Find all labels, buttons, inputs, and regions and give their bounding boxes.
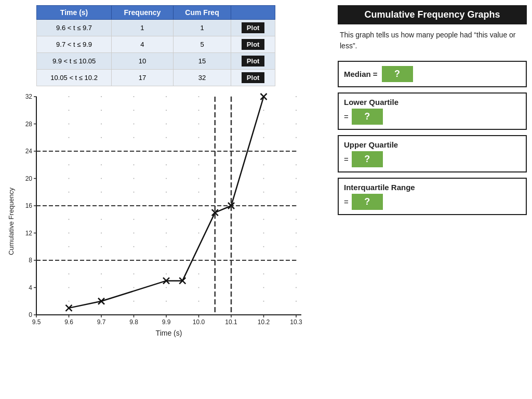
svg-point-91 (198, 233, 200, 234)
svg-point-95 (198, 178, 200, 179)
svg-text:9.6: 9.6 (64, 318, 73, 326)
svg-text:24: 24 (25, 148, 33, 155)
x-axis-label: Time (s) (156, 329, 182, 337)
svg-point-77 (166, 192, 167, 193)
svg-point-143 (296, 219, 297, 220)
y-axis-label: Cumulative Frequency (7, 187, 15, 255)
svg-point-113 (231, 164, 232, 165)
cell-cumfreq: 5 (173, 36, 231, 53)
svg-point-133 (263, 124, 264, 125)
svg-point-134 (263, 110, 264, 111)
svg-text:10.2: 10.2 (258, 318, 270, 326)
cell-plot[interactable]: Plot (231, 53, 275, 70)
plot-button[interactable]: Plot (242, 22, 265, 33)
svg-point-69 (166, 301, 167, 302)
cell-cumfreq: 15 (173, 53, 231, 70)
svg-point-87 (198, 287, 200, 288)
cell-plot[interactable]: Plot (231, 20, 275, 36)
svg-text:16: 16 (25, 202, 33, 209)
svg-point-58 (134, 219, 135, 220)
cell-cumfreq: 1 (173, 20, 231, 36)
svg-point-117 (231, 110, 232, 111)
svg-point-19 (69, 287, 70, 288)
cell-cumfreq: 32 (173, 70, 231, 86)
svg-text:8: 8 (29, 257, 32, 264)
table-row: 10.05 < t ≤ 10.2 17 32 Plot (37, 70, 275, 86)
svg-point-88 (198, 273, 200, 274)
svg-text:12: 12 (25, 230, 33, 237)
svg-text:9.8: 9.8 (129, 318, 138, 326)
svg-point-20 (69, 273, 70, 274)
cell-time: 9.7 < t ≤ 9.9 (37, 36, 112, 53)
svg-point-129 (263, 178, 264, 179)
svg-point-61 (134, 178, 135, 179)
svg-point-80 (166, 151, 167, 152)
svg-text:10.0: 10.0 (193, 318, 205, 326)
plot-button[interactable]: Plot (242, 56, 265, 66)
col-header-cumfreq: Cum Freq (173, 6, 231, 20)
svg-point-76 (166, 205, 167, 206)
svg-point-121 (263, 287, 264, 288)
svg-point-109 (231, 219, 232, 220)
svg-text:9.7: 9.7 (97, 318, 106, 326)
page-title: Cumulative Frequency Graphs (338, 5, 527, 24)
svg-point-142 (296, 233, 297, 234)
svg-point-24 (69, 219, 70, 220)
svg-point-18 (69, 301, 70, 302)
cell-freq: 17 (112, 70, 174, 86)
lower-quartile-eq: = (344, 112, 349, 121)
svg-point-124 (263, 246, 264, 247)
svg-point-130 (263, 164, 264, 165)
plot-button[interactable]: Plot (242, 39, 265, 50)
cell-time: 9.9 < t ≤ 10.05 (37, 53, 112, 70)
svg-point-66 (134, 110, 135, 111)
svg-point-141 (296, 246, 297, 247)
upper-quartile-box: Upper Quartile = ? (338, 135, 527, 172)
svg-point-33 (69, 96, 70, 97)
data-table: Time (s) Frequency Cum Freq 9.6 < t ≤ 9.… (36, 5, 275, 86)
iqr-value: ? (352, 194, 383, 210)
svg-text:0: 0 (29, 311, 32, 318)
svg-point-57 (134, 233, 135, 234)
svg-point-28 (69, 164, 70, 165)
col-header-time: Time (s) (37, 6, 112, 20)
svg-point-99 (198, 124, 200, 125)
svg-point-98 (198, 137, 200, 138)
svg-point-54 (134, 273, 135, 274)
cell-plot[interactable]: Plot (231, 70, 275, 86)
median-label: Median = (344, 70, 378, 78)
svg-point-75 (166, 219, 167, 220)
svg-point-138 (296, 287, 297, 288)
svg-point-150 (296, 124, 297, 125)
cumulative-frequency-graph: Cumulative Frequency 048121620242832 9.5… (5, 91, 327, 346)
median-value: ? (382, 66, 413, 82)
svg-point-47 (101, 137, 102, 138)
cell-plot[interactable]: Plot (231, 36, 275, 53)
svg-point-32 (69, 110, 70, 111)
lower-quartile-value: ? (352, 109, 383, 125)
svg-point-101 (198, 96, 200, 97)
plot-button[interactable]: Plot (242, 72, 265, 83)
svg-point-72 (166, 260, 167, 261)
svg-point-120 (263, 301, 264, 302)
col-header-freq: Frequency (112, 6, 174, 20)
svg-text:20: 20 (25, 175, 33, 182)
lower-quartile-box: Lower Quartile = ? (338, 92, 527, 130)
svg-point-146 (296, 178, 297, 179)
svg-point-50 (101, 96, 102, 97)
iqr-box: Interquartile Range = ? (338, 178, 527, 215)
svg-point-67 (134, 96, 135, 97)
svg-point-45 (101, 164, 102, 165)
svg-point-105 (231, 273, 232, 274)
svg-text:9.5: 9.5 (32, 318, 41, 326)
upper-quartile-label: Upper Quartile (344, 140, 521, 149)
svg-point-64 (134, 137, 135, 138)
svg-point-81 (166, 137, 167, 138)
svg-point-37 (101, 273, 102, 274)
lower-quartile-label: Lower Quartile (344, 98, 521, 107)
svg-point-83 (166, 110, 167, 111)
svg-point-43 (101, 192, 102, 193)
svg-text:10.3: 10.3 (290, 318, 302, 326)
data-points (66, 94, 267, 311)
x-ticks: 9.59.69.79.89.910.010.110.210.3 (32, 315, 302, 326)
